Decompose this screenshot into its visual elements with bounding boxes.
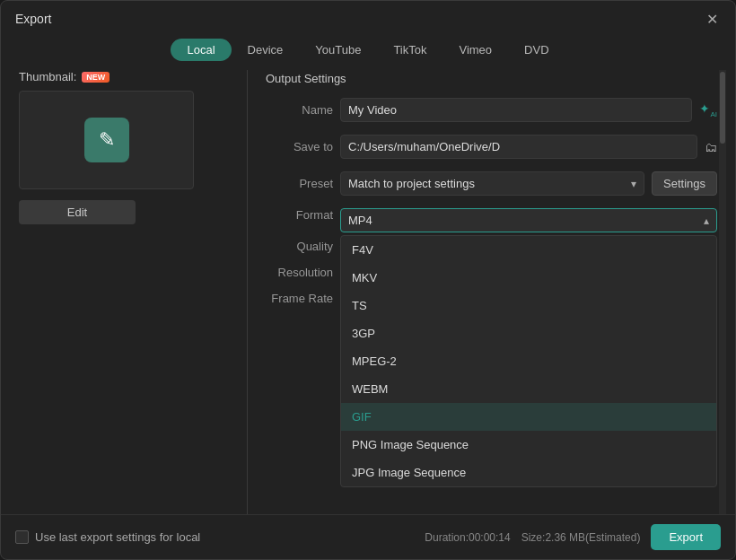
thumbnail-box: ✎ <box>19 91 194 189</box>
ai-icon[interactable]: ✦AI <box>699 101 717 118</box>
duration-label: Duration:00:00:14 <box>425 531 510 544</box>
format-dropdown: F4V MKV TS 3GP MPEG-2 WEBM GIF PNG Image… <box>340 235 717 487</box>
dropdown-item-jpg-seq[interactable]: JPG Image Sequence <box>341 459 716 486</box>
format-value: MP4 <box>348 214 372 227</box>
dropdown-item-3gp[interactable]: 3GP <box>341 319 716 347</box>
preset-row: Preset Match to project settings Setting… <box>266 171 717 196</box>
tab-vimeo[interactable]: Vimeo <box>442 39 508 61</box>
left-panel: Thumbnail: NEW ✎ Edit <box>10 70 243 514</box>
main-content: Thumbnail: NEW ✎ Edit Output Settings Na… <box>1 70 735 514</box>
tab-device[interactable]: Device <box>232 39 300 61</box>
checkbox-text: Use last export settings for local <box>35 530 200 544</box>
settings-button[interactable]: Settings <box>652 171 717 196</box>
resolution-label: Resolution <box>266 266 333 279</box>
window-title: Export <box>15 12 51 26</box>
tabs-bar: Local Device YouTube TikTok Vimeo DVD <box>1 35 735 70</box>
export-window: Export ✕ Local Device YouTube TikTok Vim… <box>0 0 736 560</box>
name-input[interactable] <box>340 98 692 122</box>
thumbnail-preview-icon: ✎ <box>84 118 129 162</box>
dropdown-item-gif[interactable]: GIF <box>341 403 716 431</box>
preset-label: Preset <box>266 177 333 190</box>
format-select[interactable]: MP4 ▴ <box>340 208 717 232</box>
output-settings-title: Output Settings <box>266 70 717 85</box>
scroll-track <box>719 70 726 514</box>
scroll-thumb[interactable] <box>720 72 725 144</box>
title-bar: Export ✕ <box>1 1 735 35</box>
dropdown-item-f4v[interactable]: F4V <box>341 236 716 264</box>
thumbnail-label: Thumbnail: NEW <box>19 70 234 83</box>
last-settings-checkbox[interactable] <box>15 530 29 544</box>
bottom-info: Duration:00:00:14 Size:2.36 MB(Estimated… <box>425 524 721 550</box>
export-button[interactable]: Export <box>651 524 721 550</box>
tab-youtube[interactable]: YouTube <box>299 39 377 61</box>
save-to-row: Save to 🗂 <box>266 135 717 159</box>
name-label: Name <box>266 103 333 117</box>
dropdown-item-png-seq[interactable]: PNG Image Sequence <box>341 431 716 459</box>
quality-label: Quality <box>266 240 333 253</box>
dropdown-item-webm[interactable]: WEBM <box>341 375 716 403</box>
format-row: Format MP4 ▴ F4V MKV TS 3GP MPEG-2 WEBM <box>266 208 717 232</box>
tab-tiktok[interactable]: TikTok <box>377 39 442 61</box>
last-settings-checkbox-label[interactable]: Use last export settings for local <box>15 530 200 544</box>
tab-local[interactable]: Local <box>171 39 231 61</box>
preset-value: Match to project settings <box>348 177 475 190</box>
format-chevron-icon: ▴ <box>704 214 709 227</box>
save-to-input[interactable] <box>340 135 697 159</box>
dropdown-item-mpeg2[interactable]: MPEG-2 <box>341 347 716 375</box>
framerate-label: Frame Rate <box>266 292 333 305</box>
save-to-label: Save to <box>266 140 333 153</box>
edit-button[interactable]: Edit <box>19 200 136 224</box>
name-row: Name ✦AI <box>266 98 717 122</box>
new-badge: NEW <box>82 72 110 83</box>
dropdown-item-ts[interactable]: TS <box>341 292 716 319</box>
bottom-bar: Use last export settings for local Durat… <box>1 514 735 559</box>
preset-chevron-icon <box>631 177 636 190</box>
size-label: Size:2.36 MB(Estimated) <box>521 531 641 544</box>
preset-select[interactable]: Match to project settings <box>340 171 644 196</box>
panel-divider <box>247 70 248 514</box>
dropdown-item-mkv[interactable]: MKV <box>341 264 716 292</box>
close-button[interactable]: ✕ <box>703 10 721 28</box>
tab-dvd[interactable]: DVD <box>508 39 565 61</box>
right-panel: Output Settings Name ✦AI Save to 🗂 Prese… <box>251 70 726 514</box>
folder-icon[interactable]: 🗂 <box>705 140 717 154</box>
format-label: Format <box>266 208 333 222</box>
